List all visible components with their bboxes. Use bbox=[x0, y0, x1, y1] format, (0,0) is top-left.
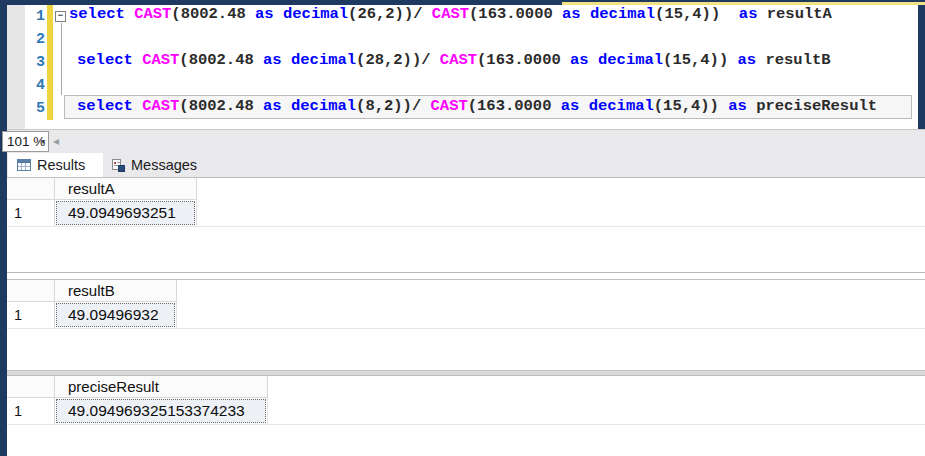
sql-editor[interactable]: 1 − select CAST(8002.48 as decimal(26,2)… bbox=[7, 5, 918, 129]
column-header[interactable]: preciseResult bbox=[55, 376, 268, 398]
results-tab-strip: Results Messages bbox=[7, 153, 925, 177]
table-row: 1 49.0949693251 bbox=[7, 200, 925, 227]
code-token: (15,4)) bbox=[655, 5, 739, 23]
code-token: decimal bbox=[590, 5, 655, 23]
code-token: (8002.48 bbox=[179, 51, 263, 69]
row-header[interactable]: 1 bbox=[7, 200, 55, 226]
code-token: as bbox=[738, 51, 757, 69]
code-token bbox=[133, 97, 142, 115]
selected-cell-value[interactable]: 49.09496932 bbox=[56, 303, 175, 327]
code-text: select CAST(8002.48 as decimal(26,2))/ C… bbox=[69, 5, 832, 28]
column-header[interactable]: resultB bbox=[55, 280, 177, 302]
line-number: 3 bbox=[25, 51, 45, 74]
code-token bbox=[133, 51, 142, 69]
code-token: CAST bbox=[142, 97, 179, 115]
selected-cell-value[interactable]: 49.094969325153374233 bbox=[56, 399, 266, 423]
code-token: (8002.48 bbox=[179, 97, 263, 115]
code-token: (26,2))/ bbox=[348, 5, 432, 23]
messages-icon bbox=[112, 159, 125, 172]
code-token: (163.0000 bbox=[477, 51, 570, 69]
code-token bbox=[589, 51, 598, 69]
grid-corner-cell[interactable] bbox=[7, 178, 55, 200]
code-token: (28,2))/ bbox=[356, 51, 440, 69]
code-text: select CAST(8002.48 as decimal(8,2))/ CA… bbox=[77, 97, 877, 120]
zoom-level-value: 101 % bbox=[7, 134, 45, 149]
code-token: (15,4)) bbox=[663, 51, 737, 69]
grid-header-row: preciseResult bbox=[7, 376, 925, 398]
code-token: (8,2))/ bbox=[356, 97, 430, 115]
code-token: as bbox=[570, 51, 589, 69]
code-token: decimal bbox=[598, 51, 663, 69]
grid-header-row: resultA bbox=[7, 178, 925, 200]
scroll-left-icon[interactable]: ◂ bbox=[53, 133, 59, 149]
code-token bbox=[579, 97, 588, 115]
code-token: decimal bbox=[291, 51, 356, 69]
code-token: as bbox=[263, 97, 282, 115]
code-token: as bbox=[562, 5, 581, 23]
tab-label: Messages bbox=[131, 157, 197, 173]
result-cell[interactable]: 49.0949693251 bbox=[55, 200, 197, 226]
table-row: 1 49.09496932 bbox=[7, 302, 925, 329]
code-token: select bbox=[69, 5, 125, 23]
grid-corner-cell[interactable] bbox=[7, 280, 55, 302]
code-token bbox=[125, 5, 134, 23]
grid-corner-cell[interactable] bbox=[7, 376, 55, 398]
table-row: 1 49.094969325153374233 bbox=[7, 398, 925, 425]
line-number: 2 bbox=[25, 28, 45, 51]
result-grid-resultb: resultB 1 49.09496932 bbox=[7, 279, 925, 371]
code-token: (8002.48 bbox=[171, 5, 255, 23]
result-grid-preciseresult: preciseResult 1 49.094969325153374233 bbox=[7, 375, 925, 456]
code-token: select bbox=[77, 51, 133, 69]
chevron-down-icon: ▾ bbox=[41, 132, 45, 151]
code-line[interactable]: 1 − select CAST(8002.48 as decimal(26,2)… bbox=[7, 5, 918, 28]
code-line[interactable]: 2 bbox=[7, 28, 918, 51]
row-header[interactable]: 1 bbox=[7, 398, 55, 424]
editor-right-edge bbox=[918, 0, 925, 129]
code-token: CAST bbox=[142, 51, 179, 69]
code-text: select CAST(8002.48 as decimal(28,2))/ C… bbox=[77, 51, 831, 74]
code-token: select bbox=[77, 97, 133, 115]
code-token bbox=[282, 97, 291, 115]
results-grid-icon bbox=[17, 159, 31, 171]
code-token: (163.0000 bbox=[468, 97, 561, 115]
code-token: CAST bbox=[432, 5, 469, 23]
result-cell[interactable]: 49.094969325153374233 bbox=[55, 398, 268, 424]
code-token bbox=[581, 5, 590, 23]
code-token: preciseResult bbox=[747, 97, 877, 115]
code-token bbox=[282, 51, 291, 69]
code-token: as bbox=[263, 51, 282, 69]
column-header[interactable]: resultA bbox=[55, 178, 197, 200]
code-token: CAST bbox=[134, 5, 171, 23]
code-token bbox=[274, 5, 283, 23]
code-token: decimal bbox=[589, 97, 654, 115]
tab-label: Results bbox=[37, 157, 85, 173]
horizontal-scrollbar[interactable] bbox=[7, 129, 925, 153]
code-token: decimal bbox=[291, 97, 356, 115]
code-token: (163.0000 bbox=[469, 5, 562, 23]
result-cell[interactable]: 49.09496932 bbox=[55, 302, 177, 328]
code-line[interactable]: 4 bbox=[7, 74, 918, 97]
code-token: resultA bbox=[757, 5, 831, 23]
window-left-edge bbox=[0, 0, 7, 456]
code-token: resultB bbox=[756, 51, 830, 69]
code-token: as bbox=[739, 5, 758, 23]
window-top-edge bbox=[0, 0, 925, 5]
code-line[interactable]: 3 select CAST(8002.48 as decimal(28,2))/… bbox=[7, 51, 918, 74]
line-number: 5 bbox=[25, 97, 45, 120]
code-line[interactable]: 5 select CAST(8002.48 as decimal(8,2))/ … bbox=[7, 97, 918, 120]
line-number: 4 bbox=[25, 74, 45, 97]
code-token: CAST bbox=[440, 51, 477, 69]
row-header[interactable]: 1 bbox=[7, 302, 55, 328]
selected-cell-value[interactable]: 49.0949693251 bbox=[56, 201, 195, 225]
line-number: 1 bbox=[25, 5, 45, 28]
code-token: decimal bbox=[283, 5, 348, 23]
result-grid-resulta: resultA 1 49.0949693251 bbox=[7, 177, 925, 273]
editor-zoom-dropdown[interactable]: 101 % ▾ bbox=[2, 131, 49, 152]
collapse-region-icon[interactable]: − bbox=[55, 11, 66, 22]
ssms-query-window: 1 − select CAST(8002.48 as decimal(26,2)… bbox=[0, 0, 925, 456]
code-token: (15,4)) bbox=[654, 97, 728, 115]
code-token: as bbox=[561, 97, 580, 115]
tab-results[interactable]: Results bbox=[8, 153, 103, 177]
tab-messages[interactable]: Messages bbox=[103, 153, 225, 177]
top-edge-highlight bbox=[562, 2, 925, 6]
